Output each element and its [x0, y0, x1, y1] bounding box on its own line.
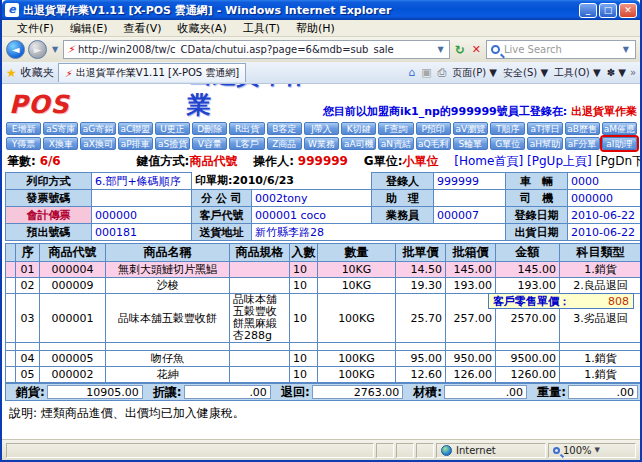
menu-item[interactable]: 文件(F): [10, 20, 61, 37]
toolbar-button[interactable]: D刪除: [192, 122, 227, 135]
assistant-value[interactable]: [434, 190, 506, 207]
refresh-button[interactable]: ↻: [453, 43, 467, 57]
table-row[interactable]: 04000005吻仔魚10100KG95.00950.009500.001.銷貨: [6, 351, 641, 367]
toolbar-button[interactable]: aB歷售: [565, 122, 600, 135]
voucher-value[interactable]: 000000: [92, 207, 192, 224]
toolbar-button[interactable]: G單位: [490, 137, 525, 150]
toolbar-button[interactable]: aQ毛利: [416, 137, 451, 150]
salesman-value[interactable]: 000007: [434, 207, 506, 224]
toolbar-button[interactable]: J帶入: [304, 122, 339, 135]
toolbar-button[interactable]: aP排車: [118, 137, 153, 150]
invoice-value[interactable]: [92, 190, 192, 207]
toolbar-button[interactable]: aA司機: [341, 137, 376, 150]
cell-type: 2.良品退回: [560, 278, 641, 294]
minimize-button[interactable]: _: [579, 3, 597, 18]
zoom-dropdown-icon[interactable]: ▼: [595, 446, 600, 454]
toolbar-button[interactable]: Y傳票: [6, 137, 41, 150]
cell-name: [106, 343, 230, 351]
toolbar-button[interactable]: Z商品: [267, 137, 302, 150]
address-url[interactable]: http://win2008/tw/c_CData/chutui.asp?pag…: [78, 44, 433, 55]
toolbar-button[interactable]: aS撿貨: [155, 137, 190, 150]
cell-qty_in: 10: [290, 262, 318, 278]
toolbar-button[interactable]: U更正: [155, 122, 190, 135]
browser-tab[interactable]: ⚡ 出退貨單作業V1.11 [X-POS 雲通網]: [58, 63, 247, 82]
toolbar-button[interactable]: aC聯盟: [118, 122, 153, 135]
toolbar-button[interactable]: aT擇日: [527, 122, 562, 135]
toolbar-button[interactable]: R出貨: [229, 122, 264, 135]
toolbar-button[interactable]: K切鍵: [341, 122, 376, 135]
close-button[interactable]: ✕: [619, 3, 637, 18]
customer-value[interactable]: 000001 coco: [252, 207, 372, 224]
toolbar-button[interactable]: aG寄銷: [80, 122, 115, 135]
toolbar-button[interactable]: aS寄庫: [43, 122, 78, 135]
cell-qty: 100KG: [318, 367, 396, 383]
toolbar-button[interactable]: aH幫助: [527, 137, 562, 150]
table-row[interactable]: 02000009沙梭1010KG19.30193.00193.002.良品退回: [6, 278, 641, 294]
command-button[interactable]: 工具(O) ▼: [554, 66, 601, 80]
overflow-chevron-icon[interactable]: »: [630, 67, 636, 78]
command-button[interactable]: 页面(P) ▼: [452, 66, 497, 80]
toolbar-button[interactable]: T順序: [490, 122, 525, 135]
toolbar-button[interactable]: X換車: [43, 137, 78, 150]
toolbar-button[interactable]: aM催應: [602, 122, 637, 135]
preout-value[interactable]: 000181: [92, 224, 192, 241]
toolbar-button[interactable]: V容量: [192, 137, 227, 150]
home-icon[interactable]: ⌂: [408, 66, 415, 79]
table-row[interactable]: 05000002花紳10100KG12.60126.001260.001.銷貨: [6, 367, 641, 383]
toolbar-button[interactable]: P預印: [416, 122, 451, 135]
search-input[interactable]: Live Search ▼: [486, 40, 636, 59]
stop-button[interactable]: ✕: [470, 43, 483, 56]
page-nav-link[interactable]: [PgDn下頁]: [596, 154, 640, 168]
toolbar-button[interactable]: S輪單: [453, 137, 488, 150]
toolbar-button[interactable]: aX換司: [80, 137, 115, 150]
toolbar-button[interactable]: aF分單: [565, 137, 600, 150]
shipdate-value[interactable]: 2010-06-22: [568, 224, 640, 241]
address-input[interactable]: ⚡ http://win2008/tw/c_CData/chutui.asp?p…: [63, 40, 450, 59]
back-button[interactable]: ◄: [6, 40, 25, 59]
voucher-label[interactable]: 會計傳票: [6, 207, 92, 224]
print-icon[interactable]: ⎙: [438, 66, 447, 79]
nav-dropdown-icon[interactable]: ▼: [50, 45, 60, 54]
vehicle-value[interactable]: 0000: [568, 173, 640, 190]
toolbar-button[interactable]: L客戶: [229, 137, 264, 150]
toolbar-button[interactable]: aN資結: [378, 137, 413, 150]
command-button[interactable]: 安全(S) ▼: [503, 66, 548, 80]
menu-item[interactable]: 编辑(E): [63, 20, 115, 37]
toolbar-button[interactable]: E增新: [6, 122, 41, 135]
forward-button[interactable]: ►: [28, 40, 47, 59]
zoom-control[interactable]: 100% ▼: [548, 443, 636, 458]
feed-icon[interactable]: ▣: [421, 66, 431, 79]
table-row[interactable]: 01000004無刺大頭鰱切片黑鯧1010KG14.50145.00145.00…: [6, 262, 641, 278]
favorites-button[interactable]: 收藏夹: [21, 65, 54, 80]
page-nav-link[interactable]: [Home首頁]: [454, 154, 523, 168]
menu-item[interactable]: 工具(T): [236, 20, 287, 37]
table-row[interactable]: [6, 343, 641, 351]
cell-unit_price: 14.50: [396, 262, 446, 278]
regdate-value[interactable]: 2010-06-22: [568, 207, 640, 224]
print-mode-value[interactable]: 6.部門+條碼順序: [92, 173, 192, 190]
toolbar-button[interactable]: W業務: [304, 137, 339, 150]
page-nav-link[interactable]: [PgUp上頁]: [527, 154, 592, 168]
menu-item[interactable]: 帮助(H): [289, 20, 342, 37]
cell-amount: 1260.00: [496, 367, 560, 383]
menu-item[interactable]: 查看(V): [116, 20, 168, 37]
ship-address-value[interactable]: 新竹縣李路28: [252, 224, 506, 241]
address-dropdown-icon[interactable]: ▼: [436, 45, 446, 54]
driver-value[interactable]: 000000: [568, 190, 640, 207]
branch-value[interactable]: 0002tony: [252, 190, 372, 207]
command-button[interactable]: ✽ ▼: [607, 67, 626, 78]
cell-spec: [230, 351, 290, 367]
favorites-star-icon[interactable]: ★: [6, 66, 17, 80]
toolbar-button[interactable]: aV瀏覽: [453, 122, 488, 135]
toolbar-button[interactable]: aI助理: [602, 137, 637, 150]
toolbar-button[interactable]: B客定: [267, 122, 302, 135]
register-value[interactable]: 999999: [434, 173, 506, 190]
column-header: 批單價: [396, 244, 446, 262]
menu-item[interactable]: 收藏夹(A): [171, 20, 234, 37]
count-value: 6/6: [40, 154, 61, 168]
toolbar-button[interactable]: F查詢: [378, 122, 413, 135]
search-dropdown-icon[interactable]: ▼: [621, 45, 631, 54]
maximize-button[interactable]: □: [599, 3, 617, 18]
cell-name: 花紳: [106, 367, 230, 383]
search-placeholder[interactable]: Live Search: [504, 44, 617, 55]
